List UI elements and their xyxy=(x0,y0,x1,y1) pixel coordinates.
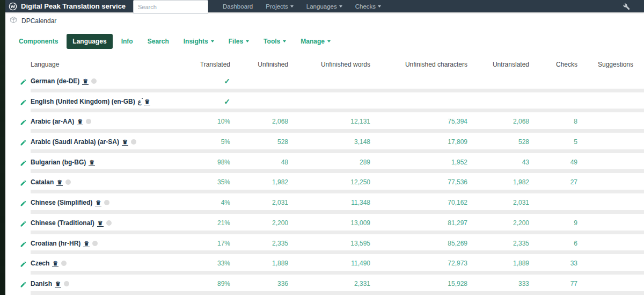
language-name-link[interactable]: Chinese (Simplified)♛ xyxy=(31,199,181,207)
unfinished-characters-cell[interactable]: 1,952 xyxy=(370,159,467,167)
translated-cell[interactable]: 35% xyxy=(181,178,230,186)
checks-cell[interactable]: 27 xyxy=(529,178,577,186)
unfinished-characters-cell[interactable]: 77,536 xyxy=(370,178,467,186)
column-header-unfinished[interactable]: Unfinished xyxy=(230,61,288,74)
language-name-link[interactable]: English (United Kingdom) (en-GB)ع♛ xyxy=(31,98,181,106)
unfinished-words-cell[interactable]: 11,490 xyxy=(288,260,370,268)
pencil-edit-icon[interactable] xyxy=(20,139,27,148)
language-name-link[interactable]: Catalan♛ xyxy=(31,178,181,186)
pencil-edit-icon[interactable] xyxy=(20,220,27,229)
pencil-edit-icon[interactable] xyxy=(20,118,27,128)
translated-cell[interactable]: ✓ xyxy=(181,98,230,105)
untranslated-cell[interactable]: 1,982 xyxy=(467,178,529,186)
column-header-checks[interactable]: Checks xyxy=(529,61,577,74)
checks-cell[interactable]: 5 xyxy=(529,138,577,146)
untranslated-cell[interactable]: 2,068 xyxy=(467,118,529,126)
translated-cell[interactable]: ✓ xyxy=(181,77,230,85)
pencil-edit-icon[interactable] xyxy=(20,159,27,169)
unfinished-characters-cell[interactable]: 72,973 xyxy=(370,260,467,268)
unfinished-characters-cell[interactable]: 15,928 xyxy=(370,280,467,288)
unfinished-cell[interactable]: 2,200 xyxy=(230,219,288,227)
translated-cell[interactable]: 4% xyxy=(181,199,230,207)
unfinished-words-cell[interactable]: 12,250 xyxy=(288,178,370,186)
untranslated-cell[interactable]: 2,031 xyxy=(467,199,529,207)
unfinished-words-cell[interactable]: 11,348 xyxy=(288,199,370,207)
unfinished-cell[interactable]: 48 xyxy=(230,159,288,167)
column-header-language[interactable]: Language xyxy=(31,61,181,74)
tab-search[interactable]: Search xyxy=(142,34,175,49)
untranslated-cell[interactable]: 2,335 xyxy=(467,240,529,248)
tab-languages[interactable]: Languages xyxy=(67,34,112,49)
pencil-edit-icon[interactable] xyxy=(20,98,27,108)
tab-files[interactable]: Files xyxy=(223,34,255,49)
unfinished-words-cell[interactable]: 13,595 xyxy=(288,240,370,248)
translated-cell[interactable]: 98% xyxy=(181,159,230,167)
translated-cell[interactable]: 17% xyxy=(181,240,230,248)
translated-cell[interactable]: 10% xyxy=(181,118,230,126)
unfinished-words-cell[interactable]: 12,131 xyxy=(288,118,370,126)
unfinished-characters-cell[interactable]: 75,394 xyxy=(370,118,467,126)
translated-cell[interactable]: 21% xyxy=(181,219,230,227)
checks-cell[interactable]: 9 xyxy=(529,219,577,227)
untranslated-cell[interactable]: 528 xyxy=(467,138,529,146)
translated-cell[interactable]: 89% xyxy=(181,280,230,288)
pencil-edit-icon[interactable] xyxy=(20,199,27,209)
unfinished-cell[interactable]: 2,031 xyxy=(230,199,288,207)
unfinished-words-cell[interactable]: 3,148 xyxy=(288,138,370,146)
tab-info[interactable]: Info xyxy=(115,34,139,49)
pencil-edit-icon[interactable] xyxy=(20,78,27,88)
column-header-untranslated[interactable]: Untranslated xyxy=(467,61,529,74)
tab-insights[interactable]: Insights xyxy=(178,34,220,49)
language-name-link[interactable]: Danish♛ xyxy=(31,280,181,288)
pencil-edit-icon[interactable] xyxy=(20,240,27,250)
unfinished-cell[interactable]: 2,068 xyxy=(230,118,288,126)
language-name-link[interactable]: Arabic (Saudi Arabia) (ar-SA)♛ xyxy=(31,138,181,146)
unfinished-cell[interactable]: 1,982 xyxy=(230,178,288,186)
unfinished-characters-cell[interactable]: 81,297 xyxy=(370,219,467,227)
tab-components[interactable]: Components xyxy=(13,34,64,49)
language-name-link[interactable]: German (de-DE)♛ xyxy=(31,77,181,85)
brand-link[interactable]: Digital Peak Translation service xyxy=(9,2,126,11)
unfinished-characters-cell[interactable]: 70,162 xyxy=(370,199,467,207)
unfinished-cell[interactable]: 2,335 xyxy=(230,240,288,248)
language-name-link[interactable]: Arabic (ar-AA)♛ xyxy=(31,118,181,126)
column-header-unfinished-characters[interactable]: Unfinished characters xyxy=(370,61,467,74)
unfinished-cell[interactable]: 336 xyxy=(230,280,288,288)
unfinished-cell[interactable]: 1,889 xyxy=(230,260,288,268)
checks-cell[interactable]: 6 xyxy=(529,240,577,248)
language-name-link[interactable]: Chinese (Traditional)♛ xyxy=(31,219,181,227)
nav-item-dashboard[interactable]: Dashboard xyxy=(223,3,253,10)
column-header-unfinished-words[interactable]: Unfinished words xyxy=(288,61,370,74)
breadcrumb-project-link[interactable]: DPCalendar xyxy=(21,17,56,25)
checks-cell[interactable]: 8 xyxy=(529,118,577,126)
wrench-icon[interactable] xyxy=(623,3,630,12)
tab-tools[interactable]: Tools xyxy=(258,34,292,49)
language-name-link[interactable]: Czech♛ xyxy=(31,260,181,268)
unfinished-cell[interactable]: 528 xyxy=(230,138,288,146)
nav-item-checks[interactable]: Checks xyxy=(355,3,381,10)
column-header-translated[interactable]: Translated xyxy=(181,61,230,74)
checks-cell[interactable]: 33 xyxy=(529,260,577,268)
checks-cell[interactable]: 49 xyxy=(529,159,577,167)
translated-cell[interactable]: 5% xyxy=(181,138,230,146)
column-header-suggestions[interactable]: Suggestions xyxy=(577,61,644,74)
translated-cell[interactable]: 33% xyxy=(181,260,230,268)
untranslated-cell[interactable]: 1,889 xyxy=(467,260,529,268)
language-name-link[interactable]: Bulgarian (bg-BG)♛ xyxy=(31,159,181,167)
pencil-edit-icon[interactable] xyxy=(20,179,27,189)
checks-cell[interactable]: 77 xyxy=(529,280,577,288)
search-input[interactable] xyxy=(133,0,208,14)
nav-item-languages[interactable]: Languages xyxy=(306,3,342,10)
unfinished-characters-cell[interactable]: 17,809 xyxy=(370,138,467,146)
unfinished-characters-cell[interactable]: 85,269 xyxy=(370,240,467,248)
pencil-edit-icon[interactable] xyxy=(20,280,27,290)
tab-manage[interactable]: Manage xyxy=(295,34,336,49)
nav-item-projects[interactable]: Projects xyxy=(266,3,294,10)
unfinished-words-cell[interactable]: 13,009 xyxy=(288,219,370,227)
pencil-edit-icon[interactable] xyxy=(20,260,27,270)
unfinished-words-cell[interactable]: 289 xyxy=(288,159,370,167)
untranslated-cell[interactable]: 2,200 xyxy=(467,219,529,227)
language-name-link[interactable]: Croatian (hr-HR)♛ xyxy=(31,240,181,248)
unfinished-words-cell[interactable]: 2,331 xyxy=(288,280,370,288)
untranslated-cell[interactable]: 333 xyxy=(467,280,529,288)
